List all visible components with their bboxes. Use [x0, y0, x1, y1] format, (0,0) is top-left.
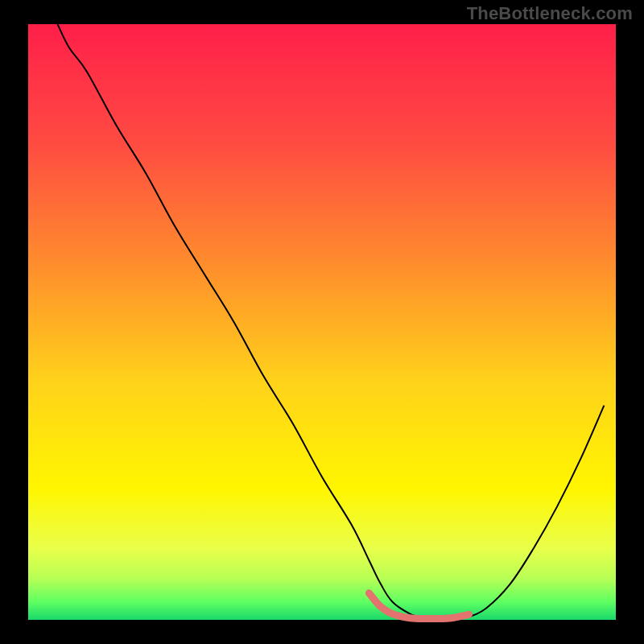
watermark-text: TheBottleneck.com: [467, 3, 633, 24]
chart-canvas: [0, 0, 644, 644]
gradient-background: [28, 24, 616, 620]
chart-root: TheBottleneck.com: [0, 0, 644, 644]
